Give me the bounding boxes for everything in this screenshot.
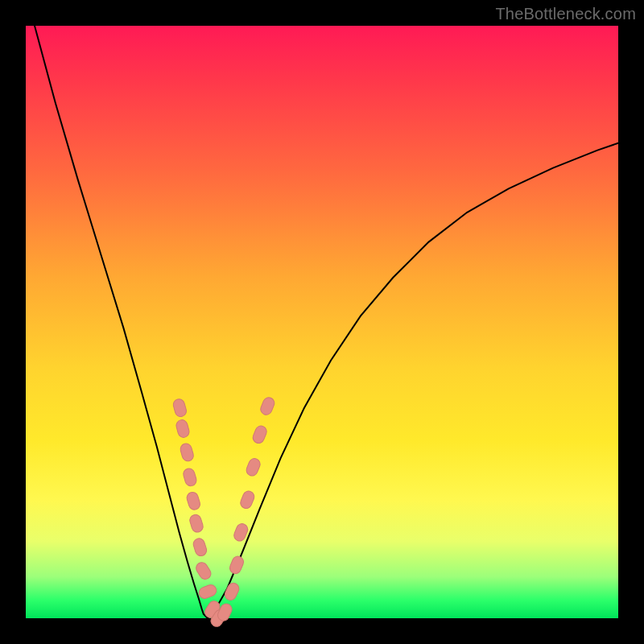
marker-pill <box>188 514 204 534</box>
marker-pill <box>223 581 241 602</box>
chart-svg <box>26 26 618 618</box>
marker-pill <box>197 583 218 600</box>
marker-pill <box>259 396 276 417</box>
marker-pill <box>185 491 201 511</box>
marker-pill <box>179 442 195 462</box>
plot-area <box>26 26 618 618</box>
marker-pill <box>245 456 262 477</box>
marker-pill <box>228 555 245 576</box>
marker-pill <box>239 489 256 510</box>
marker-pill <box>194 560 213 581</box>
marker-pill <box>182 467 198 487</box>
bottleneck-curve-path <box>35 26 618 618</box>
chart-frame: TheBottleneck.com <box>0 0 644 644</box>
watermark-text: TheBottleneck.com <box>495 5 636 23</box>
marker-pill <box>192 537 208 557</box>
marker-pill <box>175 419 190 439</box>
marker-pill <box>251 424 268 445</box>
marker-pill <box>172 398 188 418</box>
